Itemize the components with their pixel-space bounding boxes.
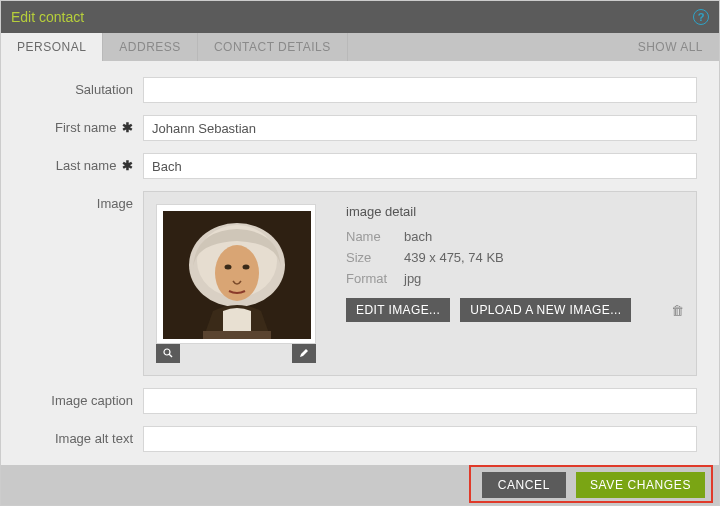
required-icon: ✱ (122, 158, 133, 173)
svg-line-8 (169, 354, 172, 357)
label-image: Image (23, 191, 143, 211)
dialog-title: Edit contact (11, 9, 84, 25)
image-meta: image detail Namebach Size439 x 475, 74 … (346, 204, 684, 363)
upload-image-button[interactable]: UPLOAD A NEW IMAGE... (460, 298, 631, 322)
meta-format-label: Format (346, 271, 404, 286)
image-detail-heading: image detail (346, 204, 684, 219)
dialog-footer: CANCEL SAVE CHANGES (1, 465, 719, 505)
tabs: PERSONAL ADDRESS CONTACT DETAILS SHOW AL… (1, 33, 719, 61)
last-name-input[interactable] (143, 153, 697, 179)
meta-size-value: 439 x 475, 74 KB (404, 250, 504, 265)
tab-contact-details[interactable]: CONTACT DETAILS (198, 33, 348, 61)
meta-name-value: bach (404, 229, 432, 244)
label-image-caption: Image caption (23, 388, 143, 408)
edit-contact-dialog: Edit contact ? PERSONAL ADDRESS CONTACT … (0, 0, 720, 506)
image-thumbnail (156, 204, 316, 344)
titlebar: Edit contact ? (1, 1, 719, 33)
edit-image-button[interactable]: EDIT IMAGE... (346, 298, 450, 322)
cancel-button[interactable]: CANCEL (482, 472, 566, 498)
thumbnail-toolbar (156, 343, 316, 363)
label-image-alt: Image alt text (23, 426, 143, 446)
first-name-input[interactable] (143, 115, 697, 141)
svg-rect-6 (203, 331, 271, 339)
meta-size-label: Size (346, 250, 404, 265)
svg-point-4 (225, 265, 232, 270)
form-personal: Salutation First name ✱ Last name ✱ Imag… (1, 61, 719, 474)
edit-pencil-icon[interactable] (292, 343, 316, 363)
label-first-name: First name ✱ (23, 115, 143, 135)
zoom-icon[interactable] (156, 343, 180, 363)
tab-address[interactable]: ADDRESS (103, 33, 198, 61)
trash-icon[interactable]: 🗑 (670, 303, 684, 318)
svg-point-5 (243, 265, 250, 270)
image-caption-input[interactable] (143, 388, 697, 414)
required-icon: ✱ (122, 120, 133, 135)
meta-format-value: jpg (404, 271, 421, 286)
salutation-input[interactable] (143, 77, 697, 103)
image-alt-input[interactable] (143, 426, 697, 452)
tab-show-all[interactable]: SHOW ALL (622, 33, 719, 61)
image-box: image detail Namebach Size439 x 475, 74 … (143, 191, 697, 376)
svg-point-7 (164, 349, 170, 355)
save-changes-button[interactable]: SAVE CHANGES (576, 472, 705, 498)
portrait-image (163, 211, 311, 339)
tab-personal[interactable]: PERSONAL (1, 33, 103, 61)
label-salutation: Salutation (23, 77, 143, 97)
label-last-name: Last name ✱ (23, 153, 143, 173)
help-icon[interactable]: ? (693, 9, 709, 25)
meta-name-label: Name (346, 229, 404, 244)
